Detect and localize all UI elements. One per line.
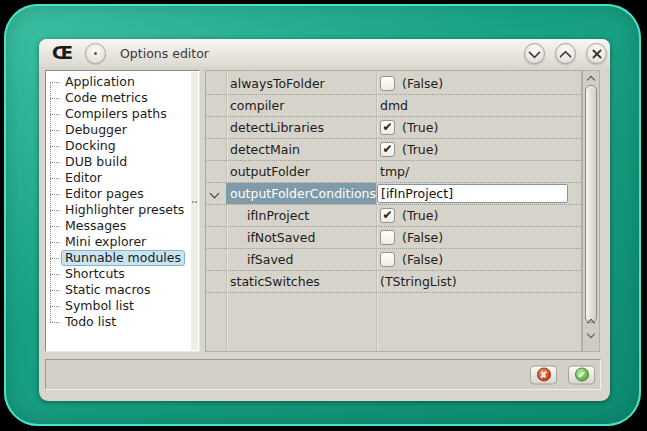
chevron-down-icon [587, 330, 595, 338]
property-value-cell[interactable]: ✔ (True) [376, 139, 581, 160]
property-row-detectMain[interactable]: detectMain ✔ (True) [206, 139, 581, 161]
sidebar-item-messages[interactable]: Messages [46, 218, 199, 234]
sidebar-item-compilers-paths[interactable]: Compilers paths [46, 106, 199, 122]
property-row-ifInProject[interactable]: ifInProject ✔ (True) [206, 205, 581, 227]
expander-icon[interactable] [210, 189, 220, 199]
property-name: staticSwitches [230, 274, 320, 289]
close-button[interactable] [586, 43, 607, 64]
property-name-cell[interactable]: staticSwitches [226, 271, 376, 292]
scroll-down-button[interactable] [583, 329, 599, 341]
sidebar-item-docking[interactable]: Docking [46, 138, 199, 154]
checkbox[interactable]: ✔ [380, 142, 395, 157]
property-row-ifSaved[interactable]: ifSaved (False) [206, 249, 581, 271]
maximize-button[interactable] [555, 43, 576, 64]
property-value: (False) [402, 252, 443, 267]
property-name-cell[interactable]: ifSaved [226, 249, 376, 270]
checkbox[interactable]: ✔ [380, 120, 395, 135]
sidebar-item-editor[interactable]: Editor [46, 170, 199, 186]
sidebar-item-editor-pages[interactable]: Editor pages [46, 186, 199, 202]
checkbox[interactable]: ✔ [380, 208, 395, 223]
checkmark-icon: ✔ [382, 143, 392, 155]
chevron-up-icon [587, 75, 595, 83]
sidebar-item-application[interactable]: Application [46, 74, 199, 90]
sidebar-item-highlighter-presets[interactable]: Highlighter presets [46, 202, 199, 218]
sidebar-list: Application Code metrics Compilers paths… [46, 74, 199, 330]
scrollbar-thumb[interactable] [585, 85, 597, 323]
property-value-cell[interactable]: (False) [376, 249, 581, 270]
property-value-cell[interactable]: (False) [376, 73, 581, 94]
sidebar-item-label: Docking [61, 138, 120, 154]
property-name: outputFolderConditions [230, 186, 376, 201]
property-value-cell[interactable]: tmp/ [376, 161, 581, 182]
sidebar-item-code-metrics[interactable]: Code metrics [46, 90, 199, 106]
sidebar-scrollbar-track[interactable] [191, 72, 198, 350]
row-gutter [206, 73, 226, 94]
property-name: ifInProject [247, 208, 309, 223]
sidebar-item-label: Mini explorer [61, 234, 150, 250]
property-value-cell[interactable]: ✔ (True) [376, 205, 581, 226]
sidebar-item-debugger[interactable]: Debugger [46, 122, 199, 138]
property-value-cell[interactable] [376, 183, 581, 204]
sidebar-item-shortcuts[interactable]: Shortcuts [46, 266, 199, 282]
options-editor-dialog: Œ Options editor Application Code metric… [39, 39, 610, 401]
property-value-cell[interactable]: (False) [376, 227, 581, 248]
property-value-cell[interactable]: (TStringList) [376, 271, 581, 292]
property-name-cell[interactable]: outputFolderConditions [226, 183, 376, 204]
minimize-button[interactable] [524, 43, 545, 64]
window-title: Options editor [120, 46, 209, 61]
sidebar-item-symbol-list[interactable]: Symbol list [46, 298, 199, 314]
accept-icon: ✔ [575, 368, 589, 382]
property-name-cell[interactable]: ifInProject [226, 205, 376, 226]
property-value-cell[interactable]: dmd [376, 95, 581, 116]
property-name: ifSaved [247, 252, 294, 267]
scroll-up-button[interactable] [583, 72, 599, 84]
sidebar-item-runnable-modules[interactable]: Runnable modules [46, 250, 199, 266]
property-name-cell[interactable]: outputFolder [226, 161, 376, 182]
sidebar-item-label: Runnable modules [61, 250, 185, 266]
row-gutter [206, 227, 226, 248]
sidebar-item-todo-list[interactable]: Todo list [46, 314, 199, 330]
property-name-cell[interactable]: compiler [226, 95, 376, 116]
property-row-alwaysToFolder[interactable]: alwaysToFolder (False) [206, 73, 581, 95]
property-name-cell[interactable]: alwaysToFolder [226, 73, 376, 94]
chevron-up-icon [559, 50, 572, 63]
property-value-cell[interactable]: ✔ (True) [376, 117, 581, 138]
row-gutter [206, 117, 226, 138]
cancel-icon: ✘ [537, 368, 551, 382]
sidebar-item-dub-build[interactable]: DUB build [46, 154, 199, 170]
scroll-up-button-bottom[interactable] [583, 315, 599, 327]
property-name-cell[interactable]: detectMain [226, 139, 376, 160]
property-name: detectLibraries [230, 120, 324, 135]
property-value: dmd [380, 98, 408, 113]
categories-tree[interactable]: Application Code metrics Compilers paths… [45, 70, 200, 352]
sidebar-item-label: Code metrics [61, 90, 152, 106]
property-name: compiler [230, 98, 284, 113]
sidebar-item-label: Compilers paths [61, 106, 171, 122]
sidebar-item-label: DUB build [61, 154, 131, 170]
sidebar-scrollbar-grip[interactable] [191, 201, 198, 205]
property-row-outputFolderConditions[interactable]: outputFolderConditions [206, 183, 581, 205]
property-grid[interactable]: alwaysToFolder (False) compiler dmd [205, 70, 582, 352]
property-value: (False) [402, 76, 443, 91]
checkbox[interactable] [380, 230, 395, 245]
property-row-staticSwitches[interactable]: staticSwitches (TStringList) [206, 271, 581, 293]
property-name-cell[interactable]: ifNotSaved [226, 227, 376, 248]
property-name-cell[interactable]: detectLibraries [226, 117, 376, 138]
property-value-input[interactable] [377, 184, 568, 203]
window-menu-button[interactable] [85, 43, 106, 64]
titlebar[interactable]: Œ Options editor [39, 39, 610, 67]
cancel-button[interactable]: ✘ [530, 365, 557, 384]
property-row-compiler[interactable]: compiler dmd [206, 95, 581, 117]
property-row-detectLibraries[interactable]: detectLibraries ✔ (True) [206, 117, 581, 139]
property-row-ifNotSaved[interactable]: ifNotSaved (False) [206, 227, 581, 249]
window-frame: Œ Options editor Application Code metric… [4, 4, 641, 426]
accept-button[interactable]: ✔ [568, 365, 595, 384]
property-row-outputFolder[interactable]: outputFolder tmp/ [206, 161, 581, 183]
property-value: (True) [402, 142, 438, 157]
checkbox[interactable] [380, 76, 395, 91]
grid-scrollbar[interactable] [582, 70, 600, 352]
sidebar-item-mini-explorer[interactable]: Mini explorer [46, 234, 199, 250]
row-gutter [206, 183, 226, 204]
sidebar-item-static-macros[interactable]: Static macros [46, 282, 199, 298]
checkbox[interactable] [380, 252, 395, 267]
